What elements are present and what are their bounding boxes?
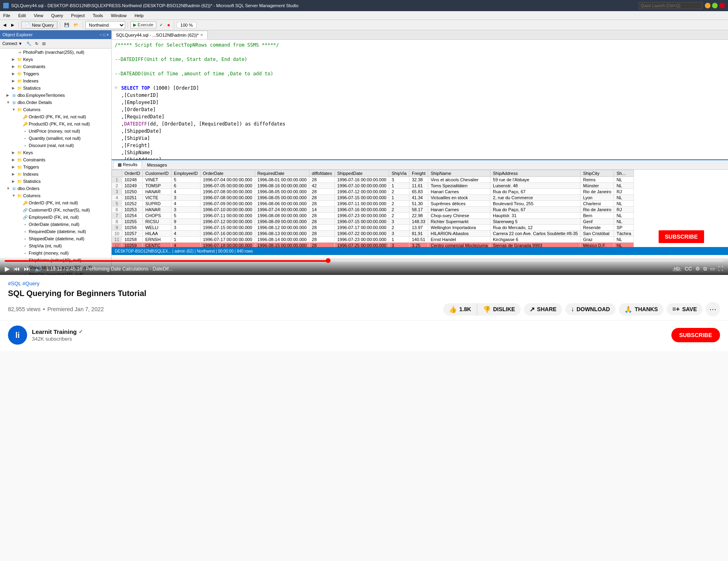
miniplayer-button[interactable]: ⧉ xyxy=(703,266,707,272)
expand-icon: ▶ xyxy=(12,57,16,61)
new-query-button[interactable]: 📄 New Query xyxy=(21,21,57,29)
code-text: SELECT TOP (1000) [OrderID] xyxy=(121,84,725,92)
tree-node-col-prodid-od[interactable]: 🔑 ProductID (PK, FK, int, not null) xyxy=(0,120,111,128)
tree-node-col-reqdate-ord[interactable]: ▪ RequiredDate (datetime, null) xyxy=(0,228,111,235)
folder-icon: 📁 xyxy=(17,171,22,177)
query-tab-active[interactable]: SQLQuery44.sql - ...SO12NB\admin (62))* … xyxy=(112,31,208,39)
folder-icon: 📁 xyxy=(17,64,22,69)
theater-button[interactable]: ▭ xyxy=(710,266,715,272)
tree-node-col-shipdate-ord[interactable]: ▪ ShippedDate (datetime, null) xyxy=(0,235,111,242)
tree-node-keys-od[interactable]: ▶ 📁 Keys xyxy=(0,149,111,156)
channel-name-text[interactable]: Learnit Training xyxy=(32,328,77,335)
tree-node-col-qty-od[interactable]: ▪ Quantity (smallint, not null) xyxy=(0,135,111,142)
menu-window[interactable]: Window xyxy=(109,13,128,18)
tree-node-keys1[interactable]: ▶ 📁 Keys xyxy=(0,56,111,63)
time-total: 2:45:16 xyxy=(66,266,82,272)
tree-node-col-shipvia-ord[interactable]: ▪ ShipVia (int, null) xyxy=(0,242,111,249)
save-button[interactable]: ≡+ SAVE xyxy=(667,303,702,315)
save-btn[interactable]: 💾 xyxy=(63,22,71,28)
tree-node-stat-od[interactable]: ▶ 📁 Statistics xyxy=(0,178,111,185)
expand-icon: ▶ xyxy=(12,165,16,169)
tree-node-col-empid-ord[interactable]: 🔗 EmployeeID (FK, int, null) xyxy=(0,214,111,221)
tree-label: dbo.Orders xyxy=(18,186,39,191)
tree-node-constr-od[interactable]: ▶ 📁 Constraints xyxy=(0,156,111,163)
share-button[interactable]: ↗ SHARE xyxy=(524,303,562,316)
fullscreen-button[interactable]: ⛶ xyxy=(718,266,723,272)
col-header-shipaddr: ShipAddress xyxy=(490,170,580,177)
more-options-button[interactable]: ⋯ xyxy=(706,302,720,316)
open-btn[interactable]: 📂 xyxy=(72,22,80,28)
code-text xyxy=(115,77,725,84)
tree-node-col-orderid-ord[interactable]: 🔑 OrderID (PK, int, not null) xyxy=(0,199,111,206)
code-text: --DATEADD(Unit of Time ,amount of time ,… xyxy=(115,70,725,77)
oe-filter-btn[interactable]: 🔧 xyxy=(25,41,33,47)
oe-refresh-btn[interactable]: ↻ xyxy=(33,41,40,47)
parse-btn[interactable]: ✓ xyxy=(158,22,164,28)
menu-help[interactable]: Help xyxy=(133,13,145,18)
results-table-wrap[interactable]: OrderID CustomerID EmployeeID OrderDate … xyxy=(112,170,728,247)
quick-launch-input[interactable] xyxy=(639,2,702,9)
tree-node-empterr[interactable]: ▶ ⊞ dbo.EmployeeTerritories xyxy=(0,92,111,99)
tree-node-photopath[interactable]: ➔ PhotoPath (nvarchar(255), null) xyxy=(0,49,111,56)
tree-node-orderdetails[interactable]: ▼ ⊞ dbo.Order Details xyxy=(0,99,111,106)
tree-node-trig-od[interactable]: ▶ 📁 Triggers xyxy=(0,163,111,171)
progress-bar[interactable] xyxy=(5,260,723,262)
oe-connect-btn[interactable]: Connect ▼ xyxy=(1,41,24,47)
results-tab-results[interactable]: ▦ Results xyxy=(113,161,142,169)
download-button[interactable]: ↓ DOWNLOAD xyxy=(565,303,616,315)
tree-node-stats1[interactable]: ▶ 📁 Statistics xyxy=(0,84,111,92)
prev-button[interactable]: ⏮ xyxy=(14,265,20,273)
forward-btn[interactable]: ▶ xyxy=(10,22,16,28)
menu-project[interactable]: Project xyxy=(69,13,86,18)
tree-node-orders[interactable]: ▼ ⊞ dbo.Orders xyxy=(0,185,111,192)
tree-node-col-orddate-ord[interactable]: ▪ OrderDate (datetime, null) xyxy=(0,221,111,228)
col-header-shipcity: ShipCity xyxy=(580,170,614,177)
channel-avatar[interactable]: li xyxy=(8,326,27,345)
tree-node-col-discount-od[interactable]: ▪ Discount (real, not null) xyxy=(0,142,111,149)
oe-toolbar: Connect ▼ 🔧 ↻ ⊟ xyxy=(0,39,111,49)
settings-button[interactable]: ⚙ xyxy=(695,266,700,272)
menu-view[interactable]: View xyxy=(32,13,45,18)
thanks-button[interactable]: 🙏 THANKS xyxy=(619,303,663,316)
database-dropdown[interactable]: Northwind xyxy=(85,21,125,29)
tree-node-indexes1[interactable]: ▶ 📁 Indexes xyxy=(0,77,111,84)
minimize-btn[interactable] xyxy=(705,3,710,8)
tab-close-icon[interactable]: ✕ xyxy=(200,33,203,37)
tree-node-idx-od[interactable]: ▶ 📁 Indexes xyxy=(0,171,111,178)
code-text: ,[ShippedDate] xyxy=(115,128,725,135)
tree-node-cols-od[interactable]: ▼ 📁 Columns xyxy=(0,106,111,113)
subtitles-button[interactable]: CC xyxy=(685,266,692,272)
next-button[interactable]: ⏭ xyxy=(24,265,30,273)
tree-node-cols-ord[interactable]: ▼ 📁 Columns xyxy=(0,192,111,199)
back-btn[interactable]: ◀ xyxy=(2,22,8,28)
maximize-btn[interactable] xyxy=(712,3,718,8)
menu-file[interactable]: File xyxy=(2,13,12,18)
menu-edit[interactable]: Edit xyxy=(17,13,28,18)
tree-node-constraints1[interactable]: ▶ 📁 Constraints xyxy=(0,63,111,70)
tree-node-col-freight-ord[interactable]: ▪ Freight (money, null) xyxy=(0,249,111,257)
execute-button[interactable]: ▶ Execute xyxy=(130,22,156,28)
code-line: ,[Freight] xyxy=(115,142,725,149)
ssms-menubar: File Edit View Query Project Tools Windo… xyxy=(0,11,728,20)
close-btn[interactable] xyxy=(719,3,725,8)
like-button[interactable]: 👍 1.8K xyxy=(443,303,477,316)
tree-node-col-orderid-od[interactable]: 🔑 OrderID (PK, FK, int, not null) xyxy=(0,113,111,120)
play-button[interactable]: ▶ xyxy=(5,265,10,273)
oe-collapse-btn[interactable]: ⊟ xyxy=(41,41,47,47)
query-editor[interactable]: /***** Script for SelectTopNRows command… xyxy=(112,40,728,159)
menu-tools[interactable]: Tools xyxy=(91,13,105,18)
volume-button[interactable]: 🔊 xyxy=(34,265,42,273)
tree-node-triggers1[interactable]: ▶ 📁 Triggers xyxy=(0,70,111,77)
menu-query[interactable]: Query xyxy=(49,13,65,18)
stop-btn[interactable]: ■ xyxy=(166,22,171,28)
results-tab-messages[interactable]: Messages xyxy=(143,161,171,169)
yt-subscribe-overlay[interactable]: SUBSCRIBE xyxy=(659,230,704,243)
subscribe-button[interactable]: SUBSCRIBE xyxy=(671,328,720,342)
video-tags[interactable]: #SQL #Query xyxy=(8,280,720,286)
tree-node-col-unitprice-od[interactable]: ▪ UnitPrice (money, not null) xyxy=(0,128,111,135)
dislike-button[interactable]: 👎 DISLIKE xyxy=(477,303,521,316)
code-text: /***** Script for SelectTopNRows command… xyxy=(115,41,725,49)
tree-node-col-custid-ord[interactable]: 🔗 CustomerID (FK, nchar(5), null) xyxy=(0,206,111,214)
save-label: SAVE xyxy=(682,306,697,312)
code-text: ,DATEDIFF(dd, [OrderDate], [RequiredDate… xyxy=(115,120,725,128)
